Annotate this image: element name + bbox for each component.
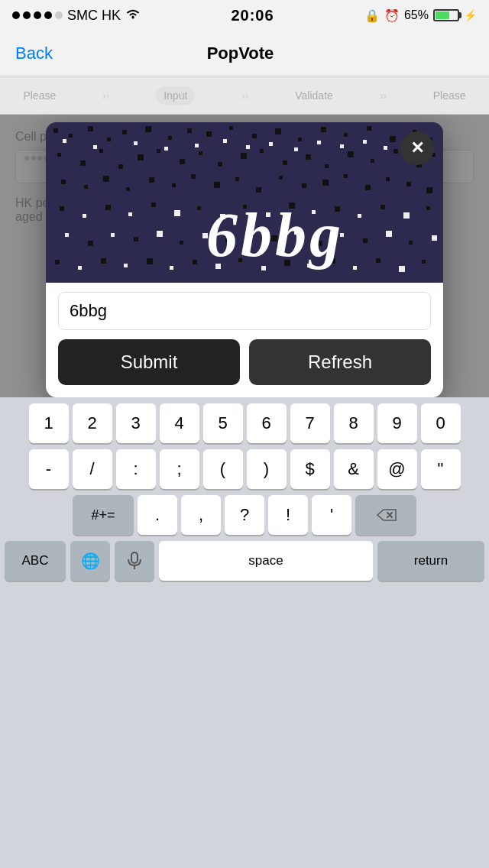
back-button[interactable]: Back xyxy=(15,44,53,63)
svg-rect-105 xyxy=(409,241,413,245)
key-at[interactable]: @ xyxy=(377,449,417,489)
modal-overlay: 6bbg ✕ Submit Refresh xyxy=(0,115,489,397)
svg-rect-94 xyxy=(157,231,163,237)
svg-rect-104 xyxy=(386,231,392,237)
key-dollar[interactable]: $ xyxy=(290,449,330,489)
wizard-arrow-3: ›› xyxy=(380,89,387,102)
svg-rect-113 xyxy=(193,260,197,264)
svg-rect-7 xyxy=(145,126,151,132)
svg-rect-60 xyxy=(134,141,138,145)
captcha-modal: 6bbg ✕ Submit Refresh xyxy=(46,122,443,397)
key-quote[interactable]: " xyxy=(421,449,461,489)
svg-rect-66 xyxy=(294,147,298,151)
svg-rect-6 xyxy=(122,130,127,134)
svg-rect-123 xyxy=(422,260,426,264)
key-question[interactable]: ? xyxy=(225,495,264,535)
svg-rect-22 xyxy=(80,160,86,166)
key-7[interactable]: 7 xyxy=(290,403,330,443)
svg-rect-88 xyxy=(403,212,410,219)
key-colon[interactable]: : xyxy=(116,449,156,489)
svg-rect-48 xyxy=(235,177,239,181)
svg-rect-15 xyxy=(321,127,326,132)
svg-rect-64 xyxy=(246,145,250,149)
svg-rect-51 xyxy=(302,183,306,188)
key-open-paren[interactable]: ( xyxy=(203,449,243,489)
key-period[interactable]: . xyxy=(138,495,177,535)
svg-rect-79 xyxy=(197,206,201,210)
key-exclaim[interactable]: ! xyxy=(268,495,308,535)
svg-rect-12 xyxy=(252,134,257,138)
key-5[interactable]: 5 xyxy=(203,403,243,443)
svg-rect-75 xyxy=(105,205,111,210)
svg-rect-36 xyxy=(371,159,374,163)
svg-rect-125 xyxy=(131,552,138,563)
svg-rect-3 xyxy=(69,134,73,138)
key-slash[interactable]: / xyxy=(73,449,112,489)
svg-rect-43 xyxy=(126,187,130,191)
svg-rect-93 xyxy=(134,237,138,241)
keyboard-row-3: #+= . , ? ! ' xyxy=(0,495,489,535)
svg-rect-77 xyxy=(151,202,156,207)
svg-rect-33 xyxy=(306,154,311,160)
svg-rect-46 xyxy=(191,174,196,179)
keyboard-row-2: - / : ; ( ) $ & @ " xyxy=(0,449,489,489)
svg-rect-10 xyxy=(206,131,212,137)
svg-rect-23 xyxy=(99,149,103,153)
svg-rect-8 xyxy=(168,136,172,140)
key-0[interactable]: 0 xyxy=(421,403,461,443)
key-comma[interactable]: , xyxy=(181,495,221,535)
svg-rect-21 xyxy=(57,153,61,157)
svg-rect-31 xyxy=(260,149,264,153)
key-return[interactable]: return xyxy=(377,541,484,581)
svg-rect-40 xyxy=(61,180,66,184)
close-button[interactable]: ✕ xyxy=(400,131,434,165)
refresh-button[interactable]: Refresh xyxy=(249,339,431,385)
svg-rect-9 xyxy=(187,128,192,133)
captcha-input-field[interactable] xyxy=(58,292,431,330)
signal-dots xyxy=(12,11,63,19)
key-1[interactable]: 1 xyxy=(29,403,69,443)
svg-rect-56 xyxy=(406,182,411,186)
key-hash[interactable]: #+= xyxy=(73,495,134,535)
svg-rect-45 xyxy=(172,183,176,187)
svg-rect-68 xyxy=(340,144,344,148)
key-3[interactable]: 3 xyxy=(116,403,156,443)
submit-button[interactable]: Submit xyxy=(58,339,240,385)
captcha-input-area xyxy=(46,283,443,339)
key-2[interactable]: 2 xyxy=(73,403,112,443)
key-semicolon[interactable]: ; xyxy=(160,449,199,489)
key-ampersand[interactable]: & xyxy=(334,449,374,489)
battery-icon xyxy=(433,9,459,21)
svg-rect-24 xyxy=(118,164,123,169)
svg-rect-87 xyxy=(381,205,385,209)
svg-rect-108 xyxy=(78,266,82,270)
lock-icon: 🔒 xyxy=(364,8,380,23)
key-close-paren[interactable]: ) xyxy=(247,449,287,489)
svg-rect-73 xyxy=(60,206,64,211)
svg-rect-58 xyxy=(63,139,66,143)
key-apostrophe[interactable]: ' xyxy=(312,495,351,535)
key-8[interactable]: 8 xyxy=(334,403,374,443)
svg-rect-34 xyxy=(325,164,329,168)
key-6[interactable]: 6 xyxy=(247,403,287,443)
key-9[interactable]: 9 xyxy=(377,403,417,443)
svg-rect-18 xyxy=(390,136,396,142)
svg-rect-110 xyxy=(124,264,128,267)
svg-rect-122 xyxy=(399,266,405,272)
key-mic[interactable] xyxy=(115,541,154,581)
svg-rect-67 xyxy=(317,141,321,144)
wifi-icon xyxy=(125,8,141,24)
svg-rect-37 xyxy=(393,149,398,154)
svg-rect-59 xyxy=(93,145,97,149)
key-4[interactable]: 4 xyxy=(160,403,199,443)
wizard-step-1: Please xyxy=(23,89,56,102)
svg-rect-53 xyxy=(344,174,348,178)
delete-key[interactable] xyxy=(355,495,416,535)
key-minus[interactable]: - xyxy=(29,449,69,489)
charge-icon: ⚡ xyxy=(464,9,477,21)
key-globe[interactable]: 🌐 xyxy=(70,541,110,581)
key-abc[interactable]: ABC xyxy=(5,541,66,581)
svg-rect-69 xyxy=(363,140,367,144)
key-space[interactable]: space xyxy=(159,541,373,581)
status-left: SMC HK xyxy=(12,8,141,24)
